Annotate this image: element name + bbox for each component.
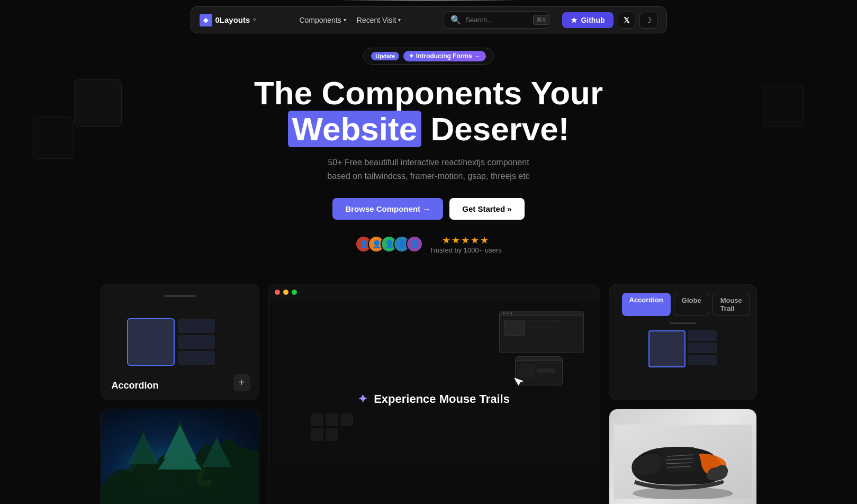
- mini-accordion-bars: [688, 330, 717, 367]
- mini-stripe: [670, 322, 696, 324]
- logo-icon: ◈: [200, 14, 212, 26]
- search-icon: 🔍: [450, 15, 461, 25]
- trail-window-group: ● ● ●: [499, 311, 584, 389]
- accordion-main-box: [127, 318, 175, 366]
- right-accordion-card: Accordion Globe Mouse Trail: [609, 284, 757, 400]
- nav-recent-visit[interactable]: Recent Visit ▾: [357, 16, 401, 24]
- logo-chevron: ▾: [253, 16, 256, 23]
- moon-icon: ☽: [645, 16, 652, 24]
- navbar: ◈ 0Layouts ▾ Components ▾ Recent Visit ▾…: [191, 6, 667, 33]
- star-icon: ★: [571, 16, 578, 24]
- trust-text: Trusted by 1000+ users: [429, 246, 501, 254]
- recent-visit-chevron: ▾: [398, 17, 401, 23]
- chrome-minimize: [283, 290, 288, 295]
- tab-accordion[interactable]: Accordion: [622, 293, 671, 316]
- shoe-svg: [614, 425, 752, 499]
- mini-accordion-bar: [688, 330, 717, 341]
- rating: ★★★★★ Trusted by 1000+ users: [429, 235, 501, 254]
- mouse-trail-label: ✦ Experience Mouse Trails: [358, 392, 510, 406]
- right-column: Accordion Globe Mouse Trail: [609, 284, 757, 504]
- star-rating: ★★★★★: [429, 235, 501, 246]
- accordion-preview: [127, 318, 233, 366]
- shoe-card[interactable]: [609, 409, 757, 504]
- github-label: Github: [581, 16, 605, 24]
- shoe-preview: [609, 409, 756, 504]
- mini-accordion-preview: [618, 330, 748, 367]
- tab-globe[interactable]: Globe: [674, 293, 709, 316]
- get-started-button[interactable]: Get Started »: [449, 198, 524, 220]
- preview-chrome: [268, 284, 600, 301]
- nav-components[interactable]: Components ▾: [299, 16, 346, 24]
- mouse-trail-preview: ● ● ●: [268, 284, 600, 464]
- trail-dot: [311, 413, 323, 426]
- github-button[interactable]: ★ Github: [562, 12, 613, 28]
- trail-dot: [340, 413, 353, 426]
- avatar-group: 👤 👤 👤 👤 👤: [355, 236, 423, 253]
- update-badge[interactable]: Update ✦ Introducing Forms →: [363, 48, 494, 65]
- chrome-close: [275, 290, 280, 295]
- accordion-stripe: [164, 295, 196, 297]
- mini-accordion-bar: [688, 343, 717, 353]
- globe-preview: [101, 409, 259, 504]
- tab-mouse-trail[interactable]: Mouse Trail: [712, 293, 750, 316]
- browse-component-button[interactable]: Browse Component →: [332, 198, 443, 220]
- introducing-forms-link[interactable]: ✦ Introducing Forms →: [403, 51, 485, 61]
- accordion-bar: [178, 351, 215, 365]
- mouse-trail-card[interactable]: ● ● ●: [268, 284, 600, 504]
- cards-grid: Accordion +: [58, 275, 799, 504]
- accordion-title: Accordion: [112, 380, 159, 391]
- accordion-bar: [178, 319, 215, 333]
- globe-card[interactable]: [101, 409, 259, 504]
- hero-buttons: Browse Component → Get Started »: [0, 198, 857, 220]
- accordion-bar: [178, 335, 215, 349]
- logo[interactable]: ◈ 0Layouts ▾: [200, 14, 257, 26]
- trail-dot: [311, 428, 323, 441]
- accordion-card[interactable]: Accordion +: [101, 284, 259, 400]
- trail-window-1: ● ● ●: [499, 311, 584, 353]
- components-chevron: ▾: [344, 17, 346, 23]
- trail-dot: [326, 413, 338, 426]
- search-kbd: ⌘K: [533, 15, 549, 25]
- nav-right: ★ Github 𝕏 ☽: [562, 12, 657, 29]
- trail-dot: [326, 428, 338, 441]
- globe-tree-art: [101, 409, 259, 504]
- search-bar: 🔍 ⌘K: [444, 11, 549, 29]
- trail-dots: [311, 413, 353, 443]
- mini-accordion-main: [648, 330, 685, 367]
- avatar: 👤: [406, 236, 423, 253]
- chrome-maximize: [292, 290, 297, 295]
- hero-title-highlight: Website: [288, 111, 422, 147]
- left-column: Accordion +: [101, 284, 259, 504]
- hero-subtitle: 50+ Free beautifull interactive react/ne…: [0, 156, 857, 183]
- accordion-bars: [178, 319, 215, 365]
- mini-accordion-bar: [688, 355, 717, 365]
- component-tabs: Accordion Globe Mouse Trail: [622, 293, 748, 316]
- nav-center: Components ▾ Recent Visit ▾: [269, 16, 431, 24]
- search-input[interactable]: [465, 16, 529, 24]
- sparkle-icon: ✦: [358, 392, 367, 406]
- social-proof: 👤 👤 👤 👤 👤 ★★★★★ Trusted by 1000+ users: [0, 235, 857, 254]
- update-pill: Update: [371, 52, 399, 60]
- hero-title: The Components Your Website Deserve!: [0, 75, 857, 147]
- accordion-plus-button[interactable]: +: [233, 374, 250, 391]
- x-button[interactable]: 𝕏: [618, 12, 635, 29]
- theme-toggle[interactable]: ☽: [639, 12, 658, 29]
- mouse-cursor: [513, 377, 523, 389]
- logo-text: 0Layouts: [215, 15, 250, 24]
- hero-section: Update ✦ Introducing Forms → The Compone…: [0, 0, 857, 275]
- top-glow: [323, 0, 535, 1]
- x-icon: 𝕏: [624, 16, 629, 24]
